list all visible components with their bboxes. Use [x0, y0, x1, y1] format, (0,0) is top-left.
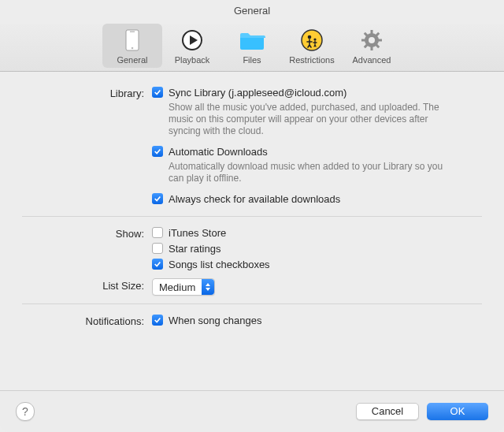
checkbox-icon: [152, 87, 163, 98]
checkbox-icon: [152, 259, 163, 270]
checkbox-icon: [152, 315, 163, 326]
svg-rect-10: [371, 47, 373, 50]
tab-restrictions[interactable]: Restrictions: [282, 24, 342, 68]
cancel-button[interactable]: Cancel: [356, 403, 419, 420]
window-title: General: [0, 0, 504, 24]
checkbox-itunes-store[interactable]: iTunes Store: [152, 226, 482, 240]
tab-label: Restrictions: [282, 55, 342, 65]
checkbox-songs-list-checkboxes[interactable]: Songs list checkboxes: [152, 258, 482, 271]
checkbox-label: Songs list checkboxes: [169, 258, 270, 271]
svg-rect-11: [361, 39, 365, 42]
automatic-downloads-description: Automatically download music when added …: [169, 161, 452, 184]
svg-rect-12: [378, 39, 382, 42]
checkbox-star-ratings[interactable]: Star ratings: [152, 242, 482, 255]
parental-icon: [282, 27, 342, 54]
label-notifications: Notifications:: [22, 314, 152, 330]
tab-general[interactable]: General: [102, 24, 162, 68]
separator: [22, 216, 482, 217]
label-show: Show:: [22, 226, 152, 274]
svg-point-17: [369, 37, 375, 43]
checkbox-label: When song changes: [169, 314, 262, 327]
svg-point-2: [132, 47, 134, 50]
checkbox-icon: [152, 227, 163, 238]
general-icon: [102, 27, 162, 54]
chevron-up-down-icon: [202, 279, 214, 295]
tab-advanced[interactable]: Advanced: [342, 24, 402, 68]
ok-button[interactable]: OK: [427, 403, 488, 420]
checkbox-when-song-changes[interactable]: When song changes: [152, 314, 482, 327]
checkbox-label: Sync Library (j.appleseed@icloud.com): [169, 86, 346, 99]
checkbox-automatic-downloads[interactable]: Automatic Downloads: [152, 145, 482, 158]
label-list-size: List Size:: [22, 278, 152, 296]
svg-point-5: [302, 30, 322, 50]
tab-playback[interactable]: Playback: [162, 24, 222, 68]
svg-marker-18: [206, 283, 210, 286]
tab-label: Files: [222, 55, 282, 65]
checkbox-label: Always check for available downloads: [169, 192, 340, 206]
checkbox-icon: [152, 193, 163, 204]
dialog-footer: ? Cancel OK: [0, 390, 504, 432]
checkbox-icon: [152, 243, 163, 254]
help-button[interactable]: ?: [16, 402, 35, 421]
svg-rect-9: [371, 30, 373, 34]
svg-point-7: [313, 38, 316, 40]
select-value: Medium: [153, 281, 202, 293]
tab-label: Advanced: [342, 55, 402, 65]
gear-icon: [342, 27, 402, 54]
checkbox-check-downloads[interactable]: Always check for available downloads: [152, 192, 482, 206]
preferences-content: Library: Sync Library (j.appleseed@iclou…: [0, 72, 504, 330]
tab-label: General: [102, 55, 162, 65]
folder-icon: [222, 27, 282, 54]
tab-label: Playback: [162, 55, 222, 65]
checkbox-label: iTunes Store: [169, 226, 226, 240]
checkbox-label: Star ratings: [169, 242, 220, 255]
svg-point-6: [308, 35, 312, 39]
separator: [22, 304, 482, 304]
list-size-select[interactable]: Medium: [152, 278, 215, 296]
checkbox-sync-library[interactable]: Sync Library (j.appleseed@icloud.com): [152, 86, 482, 99]
preferences-toolbar: General Playback Files Restrictions Adva…: [0, 24, 504, 72]
sync-library-description: Show all the music you've added, purchas…: [169, 102, 452, 137]
svg-rect-1: [130, 32, 135, 33]
svg-marker-19: [206, 288, 210, 291]
tab-files[interactable]: Files: [222, 24, 282, 68]
checkbox-icon: [152, 146, 163, 157]
label-library: Library:: [22, 86, 152, 208]
checkbox-label: Automatic Downloads: [169, 145, 268, 158]
play-icon: [162, 27, 222, 54]
